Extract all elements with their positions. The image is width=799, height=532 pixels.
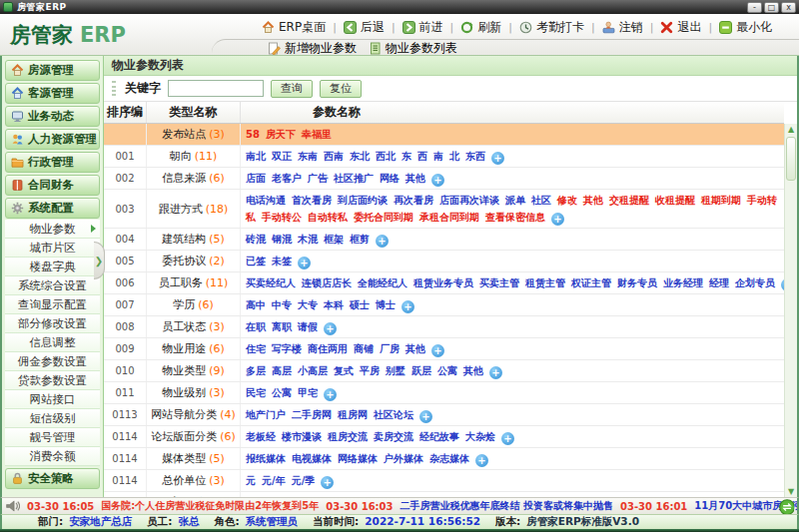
sidebar-item-消费余额[interactable]: 消费余额 xyxy=(5,447,100,466)
cell-type-name[interactable]: 物业级别(3) xyxy=(147,382,241,403)
param-link[interactable]: 其他 xyxy=(405,343,425,354)
param-link[interactable]: 到店面约谈 xyxy=(338,195,388,206)
sidebar-item-短信级别[interactable]: 短信级别 xyxy=(5,409,100,428)
param-link[interactable]: 58 xyxy=(246,129,260,140)
param-link[interactable]: 多层 xyxy=(246,365,266,376)
cell-type-name[interactable]: 总价单位(3) xyxy=(147,470,241,491)
param-link[interactable]: 高中 xyxy=(246,299,266,310)
cell-type-name[interactable]: 跟进方式(18) xyxy=(147,190,241,228)
param-link[interactable]: 房天下 xyxy=(266,129,296,140)
toolbar-item-doc-edit[interactable]: 新增物业参数 xyxy=(268,40,357,57)
param-link[interactable]: 报纸媒体 xyxy=(246,453,286,464)
param-link[interactable]: 元 xyxy=(246,475,256,486)
param-link[interactable]: 其他 xyxy=(583,195,603,206)
param-link[interactable]: 中专 xyxy=(272,299,292,310)
cell-type-name[interactable]: 论坛版面分类(6) xyxy=(147,426,241,447)
param-link[interactable]: 元/季 xyxy=(292,475,316,486)
cell-type-name[interactable]: 员工状态(3) xyxy=(147,316,241,337)
param-link[interactable]: 幸福里 xyxy=(302,129,332,140)
toolbar-item-refresh[interactable]: 刷新 xyxy=(460,19,501,36)
cell-type-name[interactable]: 物业类型(9) xyxy=(147,360,241,381)
add-param-icon[interactable]: + xyxy=(431,174,444,187)
param-link[interactable]: 别墅 xyxy=(386,365,405,376)
param-link[interactable]: 住宅 xyxy=(246,343,266,354)
add-param-icon[interactable]: + xyxy=(491,152,504,165)
cell-type-name[interactable]: 网站导航分类(4) xyxy=(147,404,241,425)
add-param-icon[interactable]: + xyxy=(321,476,334,489)
param-link[interactable]: 博士 xyxy=(376,299,396,310)
param-link[interactable]: 店面 xyxy=(246,173,266,184)
cell-type-name[interactable]: 员工职务(11) xyxy=(147,272,241,293)
param-link[interactable]: 派单 xyxy=(505,195,525,206)
param-link[interactable]: 东北 xyxy=(350,151,370,162)
param-link[interactable]: 西北 xyxy=(376,151,396,162)
param-link[interactable]: 在职 xyxy=(246,321,266,332)
param-link[interactable]: 老客户 xyxy=(272,173,302,184)
reset-button[interactable]: 复位 xyxy=(320,80,362,98)
sidebar-item-行政管理[interactable]: 行政管理 xyxy=(5,152,100,173)
sidebar-item-贷款参数设置[interactable]: 贷款参数设置 xyxy=(5,371,100,390)
scroll-thumb[interactable] xyxy=(786,137,796,181)
cell-type-name[interactable]: 委托协议(2) xyxy=(147,251,241,271)
maximize-window-button[interactable]: □ xyxy=(764,2,779,13)
param-link[interactable]: 大杂烩 xyxy=(465,431,495,442)
param-link[interactable]: 老板经 xyxy=(246,431,276,442)
param-link[interactable]: 东西 xyxy=(465,151,485,162)
add-param-icon[interactable]: + xyxy=(324,322,337,335)
keyword-input[interactable] xyxy=(168,80,264,97)
param-link[interactable]: 手动转公 xyxy=(262,212,302,223)
param-link[interactable]: 东南 xyxy=(298,151,318,162)
param-link[interactable]: 委托合同到期 xyxy=(354,212,413,223)
param-link[interactable]: 请假 xyxy=(298,321,318,332)
cell-type-name[interactable]: 信息来源(6) xyxy=(147,168,241,189)
param-link[interactable]: 公寓 xyxy=(272,387,292,398)
add-param-icon[interactable]: + xyxy=(324,388,337,401)
cell-type-name[interactable]: 学历(6) xyxy=(147,294,241,315)
sidebar-item-部分修改设置[interactable]: 部分修改设置 xyxy=(5,314,100,333)
param-link[interactable]: 自动转私 xyxy=(308,212,348,223)
param-link[interactable]: 框剪 xyxy=(350,234,370,245)
param-link[interactable]: 本科 xyxy=(324,299,344,310)
param-link[interactable]: 离职 xyxy=(272,321,292,332)
cell-type-name[interactable]: 建筑结构(5) xyxy=(147,229,241,250)
param-link[interactable]: 北 xyxy=(449,151,459,162)
param-link[interactable]: 租房网 xyxy=(338,409,368,420)
sidebar-item-靓号管理[interactable]: 靓号管理 xyxy=(5,428,100,447)
param-link[interactable]: 店面再次详谈 xyxy=(439,195,499,206)
vertical-scrollbar[interactable]: ▲ ▼ xyxy=(784,124,797,497)
param-link[interactable]: 已签 xyxy=(246,256,266,266)
param-link[interactable]: 厂房 xyxy=(380,343,400,354)
sidebar-item-物业参数[interactable]: 物业参数 xyxy=(5,220,100,239)
param-link[interactable]: 财务专员 xyxy=(617,277,657,288)
sidebar-item-查询显示配置[interactable]: 查询显示配置 xyxy=(5,295,100,314)
param-link[interactable]: 租房交流 xyxy=(328,431,368,442)
query-button[interactable]: 查询 xyxy=(271,80,313,98)
param-link[interactable]: 收租提醒 xyxy=(655,195,695,206)
sidebar-item-佣金参数设置[interactable]: 佣金参数设置 xyxy=(5,352,100,371)
news-headline[interactable]: 国务院:个人住房营业税征免时限由2年恢复到5年 xyxy=(101,499,319,513)
add-param-icon[interactable]: + xyxy=(431,344,444,357)
param-link[interactable]: 全能经纪人 xyxy=(358,277,407,288)
param-link[interactable]: 框架 xyxy=(324,234,344,245)
sidebar-item-安全策略[interactable]: 安全策略 xyxy=(5,468,100,489)
param-link[interactable]: 其他 xyxy=(463,365,483,376)
add-param-icon[interactable]: + xyxy=(401,300,414,313)
param-link[interactable]: 小高层 xyxy=(298,365,328,376)
param-link[interactable]: 大专 xyxy=(298,299,318,310)
param-link[interactable]: 砖混 xyxy=(246,234,266,245)
param-link[interactable]: 商铺 xyxy=(354,343,374,354)
param-link[interactable]: 电话沟通 xyxy=(246,195,286,206)
param-link[interactable]: 再次看房 xyxy=(394,195,433,206)
param-link[interactable]: 甲宅 xyxy=(298,387,318,398)
param-link[interactable]: 卖房交流 xyxy=(374,431,413,442)
param-link[interactable]: 东 xyxy=(401,151,411,162)
param-link[interactable]: 交租提醒 xyxy=(609,195,649,206)
param-link[interactable]: 西南 xyxy=(324,151,344,162)
param-link[interactable]: 民宅 xyxy=(246,387,266,398)
param-link[interactable]: 西 xyxy=(417,151,427,162)
param-link[interactable]: 硕士 xyxy=(350,299,370,310)
param-link[interactable]: 公寓 xyxy=(437,365,457,376)
param-link[interactable]: 社区论坛 xyxy=(374,409,413,420)
add-param-icon[interactable]: + xyxy=(376,235,389,248)
toolbar-item-minimize[interactable]: 最小化 xyxy=(719,19,772,36)
